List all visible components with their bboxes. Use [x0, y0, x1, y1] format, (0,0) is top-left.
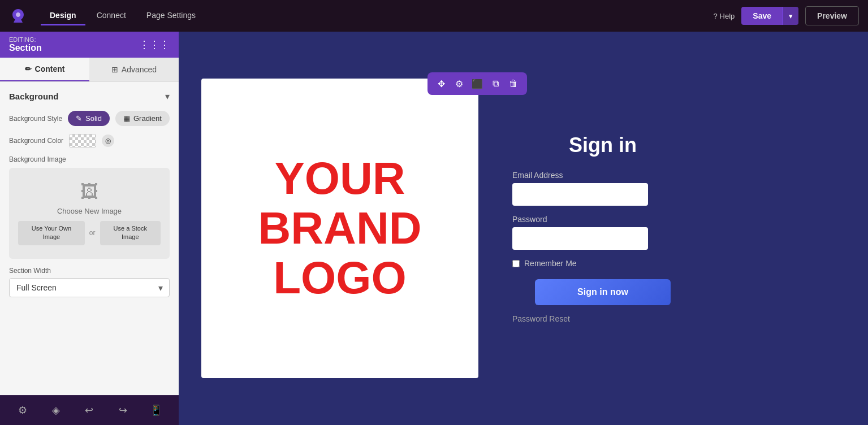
save-dropdown-button[interactable]: ▾ — [783, 7, 798, 25]
chevron-down-icon[interactable]: ▾ — [165, 91, 170, 102]
remember-me-checkbox[interactable] — [512, 260, 520, 267]
preview-button[interactable]: Preview — [805, 6, 859, 25]
remember-me-label: Remember Me — [524, 259, 577, 268]
background-section-header: Background ▾ — [9, 91, 170, 102]
signin-button[interactable]: Sign in now — [535, 279, 671, 305]
nav-tabs: Design Connect Page Settings — [41, 6, 205, 25]
bottom-toolbar: ⚙ ◈ ↩ ↪ 📱 — [0, 395, 179, 425]
use-stock-image-button[interactable]: Use a Stock Image — [100, 221, 161, 245]
save-template-icon[interactable]: ⬛ — [469, 76, 485, 92]
use-own-image-button[interactable]: Use Your Own Image — [18, 221, 85, 245]
background-color-row: Background Color ◎ — [9, 134, 170, 148]
color-eyedropper-icon[interactable]: ◎ — [102, 135, 114, 147]
editing-section: Section — [9, 43, 42, 53]
help-button[interactable]: ? Help — [713, 12, 735, 20]
editing-label: EDITING: — [9, 36, 42, 43]
nav-tab-connect[interactable]: Connect — [88, 6, 135, 25]
password-label: Password — [512, 215, 693, 224]
color-preview-swatch[interactable] — [69, 134, 96, 148]
remember-me-row: Remember Me — [512, 259, 577, 268]
image-buttons: Use Your Own Image or Use a Stock Image — [18, 221, 161, 245]
grid-small-icon: ⊞ — [111, 65, 118, 74]
save-button[interactable]: Save — [741, 7, 783, 25]
image-upload-icon: 🖼 — [18, 181, 161, 202]
section-width-label: Section Width — [9, 267, 170, 275]
gradient-icon: ▦ — [123, 114, 130, 123]
signin-title: Sign in — [569, 133, 637, 157]
sidebar: EDITING: Section ⋮⋮⋮ ✏ Content ⊞ Advance… — [0, 32, 179, 425]
move-icon[interactable]: ✥ — [433, 76, 449, 92]
section-width-field: Section Width Full Screen Boxed Custom — [9, 267, 170, 297]
choose-image-text: Choose New Image — [18, 207, 161, 215]
tab-advanced[interactable]: ⊞ Advanced — [89, 58, 179, 81]
brush-icon: ✎ — [76, 114, 82, 123]
pencil-icon: ✏ — [25, 64, 32, 73]
background-title: Background — [9, 92, 59, 101]
canvas-area: ✥ ⚙ ⬛ ⧉ 🗑 YOUR BRAND LOGO Sign in Email … — [179, 32, 868, 425]
solid-style-button[interactable]: ✎ Solid — [68, 111, 110, 126]
nav-tab-design[interactable]: Design — [41, 6, 85, 25]
float-toolbar: ✥ ⚙ ⬛ ⧉ 🗑 — [427, 72, 527, 95]
background-color-label: Background Color — [9, 137, 63, 145]
password-reset-link[interactable]: Password Reset — [512, 314, 570, 323]
signin-panel: Sign in Email Address Password Remember … — [512, 133, 693, 323]
grid-icon[interactable]: ⋮⋮⋮ — [139, 38, 170, 51]
duplicate-icon[interactable]: ⧉ — [487, 76, 503, 92]
image-upload-area[interactable]: 🖼 Choose New Image Use Your Own Image or… — [9, 168, 170, 259]
or-text: or — [89, 229, 96, 237]
password-group: Password — [512, 215, 693, 250]
nav-right: ? Help Save ▾ Preview — [713, 6, 859, 25]
background-style-label: Background Style — [9, 115, 62, 123]
main-layout: EDITING: Section ⋮⋮⋮ ✏ Content ⊞ Advance… — [0, 32, 868, 425]
brand-logo-text: YOUR BRAND LOGO — [258, 154, 422, 303]
layers-icon[interactable]: ◈ — [47, 401, 65, 419]
brand-logo-box: YOUR BRAND LOGO — [201, 79, 478, 378]
nav-tab-page-settings[interactable]: Page Settings — [137, 6, 205, 25]
email-label: Email Address — [512, 171, 693, 180]
sidebar-header: EDITING: Section ⋮⋮⋮ — [0, 32, 179, 58]
sidebar-body: Background ▾ Background Style ✎ Solid ▦ … — [0, 82, 179, 340]
logo-icon[interactable] — [9, 7, 27, 25]
section-width-select-wrapper: Full Screen Boxed Custom — [9, 278, 170, 297]
save-btn-group: Save ▾ — [741, 7, 798, 25]
gradient-style-button[interactable]: ▦ Gradient — [115, 111, 170, 126]
background-image-section: Background Image 🖼 Choose New Image Use … — [9, 155, 170, 259]
settings-float-icon[interactable]: ⚙ — [451, 76, 467, 92]
section-width-select[interactable]: Full Screen Boxed Custom — [9, 278, 170, 297]
delete-icon[interactable]: 🗑 — [506, 76, 521, 92]
password-input[interactable] — [512, 227, 648, 250]
content-tabs: ✏ Content ⊞ Advanced — [0, 58, 179, 82]
redo-icon[interactable]: ↪ — [114, 401, 132, 419]
settings-icon[interactable]: ⚙ — [14, 401, 32, 419]
editing-info: EDITING: Section — [9, 36, 42, 53]
tab-content[interactable]: ✏ Content — [0, 58, 89, 81]
email-group: Email Address — [512, 171, 693, 206]
mobile-icon[interactable]: 📱 — [147, 401, 165, 419]
history-icon[interactable]: ↩ — [80, 401, 98, 419]
help-icon: ? — [713, 12, 717, 20]
email-input[interactable] — [512, 183, 648, 206]
top-nav: Design Connect Page Settings ? Help Save… — [0, 0, 868, 32]
background-style-row: Background Style ✎ Solid ▦ Gradient — [9, 111, 170, 126]
background-image-label: Background Image — [9, 155, 170, 163]
